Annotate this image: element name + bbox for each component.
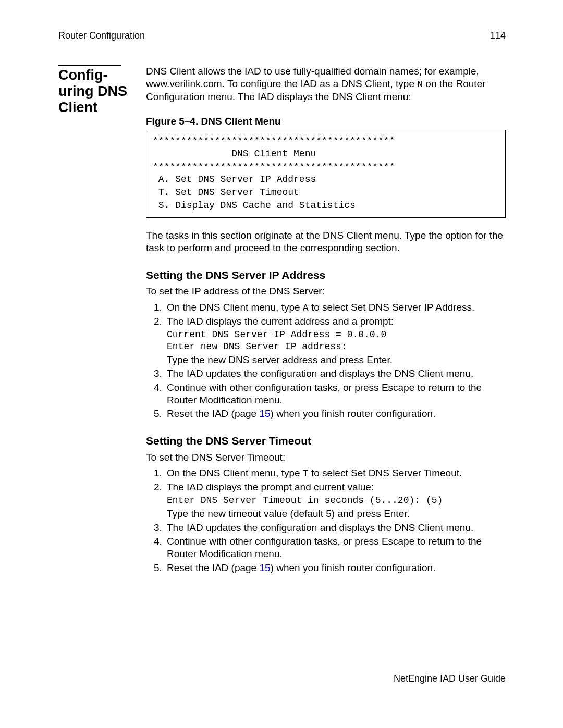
step-text: The IAD displays the current address and…: [167, 316, 394, 327]
list-item: On the DNS Client menu, type T to select…: [165, 467, 506, 480]
list-item: The IAD updates the configuration and di…: [165, 367, 506, 380]
step-text: The IAD displays the prompt and current …: [167, 482, 374, 492]
list-item: On the DNS Client menu, type A to select…: [165, 301, 506, 314]
section-heading: Config- uring DNS Client: [58, 67, 146, 116]
page-number: 114: [490, 30, 506, 41]
step-text: Reset the IAD (page: [167, 562, 259, 573]
after-menu-paragraph: The tasks in this section originate at t…: [146, 229, 506, 255]
step-text: to select Set DNS Server Timeout.: [309, 467, 462, 478]
step-text: On the DNS Client menu, type: [167, 467, 303, 478]
list-item: The IAD displays the current address and…: [165, 315, 506, 367]
page-link[interactable]: 15: [259, 562, 270, 573]
side-column: Config- uring DNS Client: [58, 65, 146, 116]
lead-timeout: To set the DNS Server Timeout:: [146, 451, 506, 464]
step-code: A: [303, 303, 309, 313]
dns-client-menu-box: ****************************************…: [146, 130, 506, 218]
step-text: to select Set DNS Server IP Address.: [309, 302, 475, 313]
list-item: Continue with other configuration tasks,…: [165, 535, 506, 561]
figure-caption: Figure 5–4. DNS Client Menu: [146, 115, 506, 128]
intro-paragraph: DNS Client allows the IAD to use fully-q…: [146, 65, 506, 104]
steps-ip-address: On the DNS Client menu, type A to select…: [146, 301, 506, 421]
step-code-block: Current DNS Server IP Address = 0.0.0.0 …: [167, 329, 506, 353]
list-item: The IAD updates the configuration and di…: [165, 522, 506, 534]
footer-text: NetEngine IAD User Guide: [394, 673, 506, 684]
page-link[interactable]: 15: [259, 408, 270, 419]
lead-ip-address: To set the IP address of the DNS Server:: [146, 285, 506, 298]
step-code: T: [303, 468, 309, 479]
step-text: ) when you finish router configuration.: [271, 562, 436, 573]
list-item: Continue with other configuration tasks,…: [165, 381, 506, 407]
side-rule: [58, 65, 121, 66]
main-column: DNS Client allows the IAD to use fully-q…: [146, 65, 506, 575]
running-header: Router Configuration 114: [58, 30, 506, 41]
list-item: The IAD displays the prompt and current …: [165, 481, 506, 521]
subheading-ip-address: Setting the DNS Server IP Address: [146, 268, 506, 282]
step-text: ) when you finish router configuration.: [271, 408, 436, 419]
header-left: Router Configuration: [58, 30, 145, 41]
step-text: Type the new timeout value (default 5) a…: [167, 508, 410, 519]
step-text: On the DNS Client menu, type: [167, 302, 303, 313]
step-code-block: Enter DNS Server Timeout in seconds (5..…: [167, 495, 506, 507]
step-text: Type the new DNS server address and pres…: [167, 354, 393, 365]
intro-code: N: [417, 79, 423, 90]
subheading-timeout: Setting the DNS Server Timeout: [146, 434, 506, 448]
list-item: Reset the IAD (page 15) when you finish …: [165, 408, 506, 420]
list-item: Reset the IAD (page 15) when you finish …: [165, 562, 506, 574]
steps-timeout: On the DNS Client menu, type T to select…: [146, 467, 506, 574]
step-text: Reset the IAD (page: [167, 408, 259, 419]
